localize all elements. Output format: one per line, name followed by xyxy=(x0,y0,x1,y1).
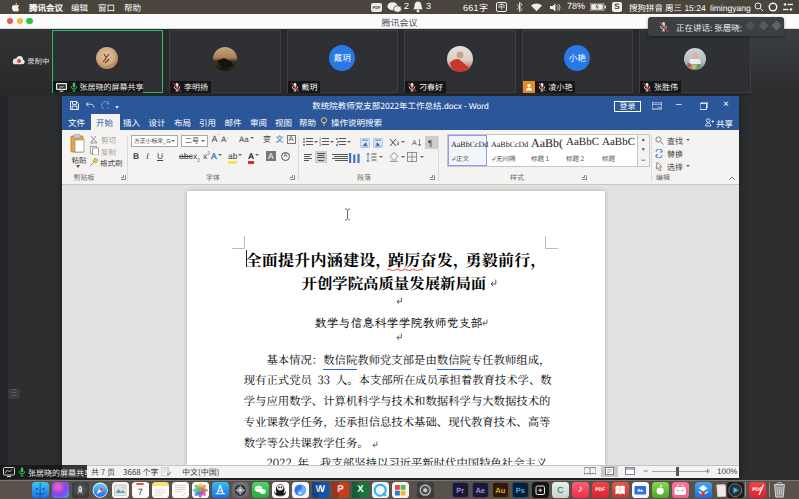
svg-text:A: A xyxy=(412,140,417,147)
